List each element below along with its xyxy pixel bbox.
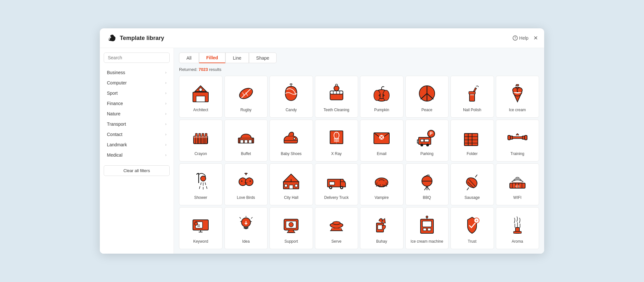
pumpkin-label: Pumpkin (374, 108, 389, 113)
rugby-icon (234, 82, 258, 105)
folder-label: Folder (467, 151, 478, 157)
delivery-truck-label: Delivery Truck (324, 195, 349, 200)
icon-card-keyword[interactable]: Keyword (179, 207, 223, 249)
teeth-cleaning-label: Teeth Cleaning (324, 108, 349, 113)
vampire-icon (370, 170, 393, 193)
icon-card-wifi[interactable]: ((·)) WIFI (496, 163, 539, 205)
trust-label: Trust (468, 239, 477, 244)
wifi-icon: ((·)) (506, 170, 529, 193)
icon-card-candy[interactable]: Candy (270, 76, 313, 118)
icon-card-ice-cream[interactable]: Ice cream (496, 76, 539, 118)
icon-card-crayon[interactable]: Crayon (179, 120, 223, 161)
icon-card-aroma[interactable]: Aroma (496, 207, 539, 249)
sidebar-item-finance[interactable]: Finance › (104, 98, 170, 109)
icon-card-sausage[interactable]: Sausage (450, 163, 494, 205)
sidebar-item-medical[interactable]: Medical › (104, 150, 170, 160)
icon-card-vampire[interactable]: Vampire (360, 163, 403, 205)
buffet-icon (234, 126, 258, 149)
love-birds-label: Love Birds (237, 195, 255, 200)
bbq-label: BBQ (423, 195, 431, 200)
idea-icon (234, 213, 258, 237)
icon-card-ice-cream-machine[interactable]: Ice cream machine (405, 207, 449, 249)
sidebar-item-nature[interactable]: Nature › (104, 109, 170, 119)
svg-point-127 (426, 216, 428, 218)
icon-card-baby-shoes[interactable]: Baby Shoes (270, 120, 313, 161)
sidebar-item-business[interactable]: Business › (104, 67, 170, 78)
tab-all[interactable]: All (179, 53, 199, 63)
chevron-icon: › (165, 132, 166, 137)
icon-card-support[interactable]: Support (270, 207, 313, 249)
template-library-modal: Template library ? Help × Business › Com… (100, 28, 544, 254)
email-icon (370, 126, 393, 149)
chevron-icon: › (165, 112, 166, 116)
search-input[interactable] (104, 53, 170, 63)
svg-point-53 (421, 144, 423, 146)
svg-point-68 (201, 176, 206, 181)
chevron-icon: › (165, 81, 166, 85)
svg-text:+: + (476, 219, 478, 222)
modal-body: Business › Computer › Sport › Finance › … (100, 48, 544, 254)
training-label: Training (510, 151, 524, 157)
svg-rect-33 (205, 133, 207, 144)
sidebar-item-sport[interactable]: Sport › (104, 88, 170, 98)
svg-point-77 (241, 180, 242, 182)
icon-card-architect[interactable]: Architect (179, 76, 223, 118)
svg-point-88 (341, 187, 342, 188)
icon-card-pumpkin[interactable]: Pumpkin (360, 76, 403, 118)
icon-card-serve[interactable]: Serve (315, 207, 358, 249)
icon-card-idea[interactable]: Idea (224, 207, 268, 249)
ice-cream-label: Ice cream (509, 108, 526, 113)
sidebar-item-computer[interactable]: Computer › (104, 78, 170, 88)
tab-filled[interactable]: Filled (199, 53, 226, 63)
icon-card-nail-polish[interactable]: Nail Polish (450, 76, 494, 118)
svg-rect-28 (516, 84, 519, 86)
tab-line[interactable]: Line (225, 53, 249, 63)
ice-cream-machine-label: Ice cream machine (411, 239, 443, 244)
close-button[interactable]: × (534, 34, 538, 42)
icon-card-teeth-cleaning[interactable]: Teeth Cleaning (315, 76, 358, 118)
svg-line-71 (205, 182, 206, 185)
icon-card-bbq[interactable]: BBQ (405, 163, 449, 205)
icon-card-peace[interactable]: Peace (405, 76, 449, 118)
icon-card-city-hall[interactable]: City Hall (270, 163, 313, 205)
icon-card-trust[interactable]: + Trust (450, 207, 494, 249)
baby-shoes-icon (279, 126, 303, 149)
icon-card-training[interactable]: Training (496, 120, 539, 161)
svg-point-115 (289, 222, 293, 227)
icon-card-buhay[interactable]: Buhay (360, 207, 403, 249)
svg-line-94 (427, 186, 430, 190)
tab-shape[interactable]: Shape (249, 53, 277, 63)
clear-filters-button[interactable]: Clear all filters (104, 165, 170, 176)
ice-cream-icon (506, 82, 529, 105)
chevron-icon: › (165, 91, 166, 95)
svg-line-72 (199, 186, 200, 189)
svg-rect-3 (196, 96, 205, 102)
nail-polish-icon (460, 82, 484, 105)
icon-card-parking[interactable]: P Parking (405, 120, 449, 161)
icon-card-buffet[interactable]: Buffet (224, 120, 268, 161)
icon-card-delivery-truck[interactable]: Delivery Truck (315, 163, 358, 205)
icon-card-folder[interactable]: Folder (450, 120, 494, 161)
sidebar-item-contact[interactable]: Contact › (104, 129, 170, 140)
svg-rect-24 (470, 94, 474, 95)
chevron-icon: › (165, 142, 166, 147)
icon-card-rugby[interactable]: Rugby (224, 76, 268, 118)
svg-rect-89 (329, 182, 335, 185)
sidebar-item-landmark[interactable]: Landmark › (104, 140, 170, 150)
candy-label: Candy (286, 108, 297, 113)
svg-point-4 (199, 88, 202, 91)
sausage-icon (460, 170, 484, 193)
help-link[interactable]: ? Help (513, 35, 528, 41)
modal-title: Template library (120, 35, 509, 42)
icon-card-shower[interactable]: Shower (179, 163, 223, 205)
icon-card-xray[interactable]: X Ray (315, 120, 358, 161)
city-hall-icon (279, 170, 303, 193)
icon-card-email[interactable]: Email (360, 120, 403, 161)
icon-grid: Architect Rugby Candy (179, 76, 539, 249)
svg-rect-38 (249, 140, 252, 143)
svg-point-106 (194, 222, 198, 225)
svg-text:P: P (430, 131, 432, 136)
icon-card-love-birds[interactable]: Love Birds (224, 163, 268, 205)
sidebar-item-transport[interactable]: Transport › (104, 119, 170, 129)
svg-point-41 (293, 138, 295, 140)
